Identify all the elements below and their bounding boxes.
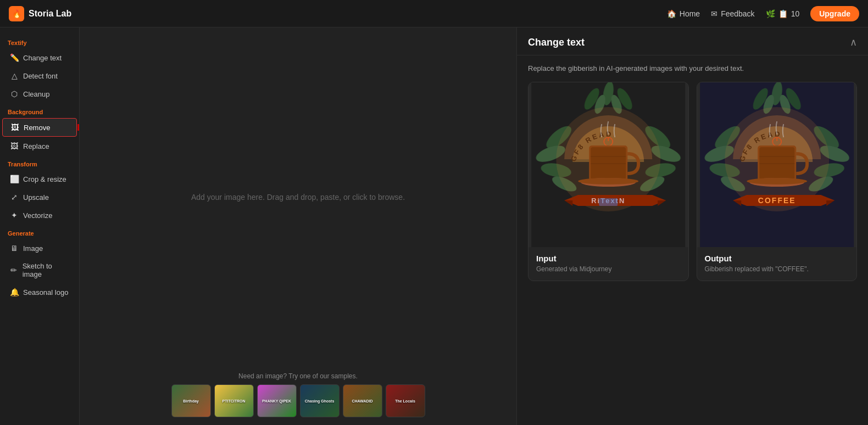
sidebar-item-detect-font[interactable]: △Detect font xyxy=(2,67,77,85)
svg-point-24 xyxy=(578,178,638,184)
panel-title: Change text xyxy=(528,37,585,48)
logo-icon: 🔥 xyxy=(9,6,24,21)
topnav: 🔥 Storia Lab 🏠 Home ✉ Feedback 🌿 📋 10 Up… xyxy=(0,0,868,27)
app-name: Storia Lab xyxy=(29,9,71,19)
example-image-output: GF8 READ COFFEE xyxy=(697,82,857,247)
example-label-output: Output xyxy=(697,247,857,265)
leaf-icon: 🌿 xyxy=(766,9,775,18)
example-sublabel-output: Gibberish replaced with "COFFEE". xyxy=(697,265,857,281)
sample-label-s6: The Locals xyxy=(395,399,415,403)
sample-thumb-s6[interactable]: The Locals xyxy=(386,384,425,417)
home-link[interactable]: 🏠 Home xyxy=(667,9,700,18)
sample-label-s5: CHAWADID xyxy=(352,399,372,403)
panel-description: Replace the gibberish in AI-generated im… xyxy=(517,55,868,82)
right-panel: Change text ∧ Replace the gibberish in A… xyxy=(516,27,868,425)
change-text-icon: ✏️ xyxy=(10,53,19,62)
seasonal-logo-icon: 🔔 xyxy=(10,288,19,297)
sketch-to-image-icon: ✏ xyxy=(10,266,18,275)
detect-font-icon: △ xyxy=(10,71,19,80)
change-text-label: Change text xyxy=(23,54,62,62)
feedback-link[interactable]: ✉ Feedback xyxy=(711,9,754,18)
example-sublabel-input: Generated via Midjourney xyxy=(528,265,688,281)
content-area: Add your image here. Drag and drop, past… xyxy=(80,27,516,425)
seasonal-logo-label: Seasonal logo xyxy=(23,288,68,297)
sample-label-s4: Chasing Ghosts xyxy=(305,399,335,403)
samples-row: BirthdayPTITCITRONPHANKY QIPEKChasing Gh… xyxy=(80,384,516,417)
credits-count: 10 xyxy=(791,9,800,18)
remove-label: Remove xyxy=(24,124,50,132)
detect-font-label: Detect font xyxy=(23,72,58,80)
sidebar-section-textify: Textify xyxy=(0,34,79,48)
sidebar: Textify✏️Change text△Detect font⬡Cleanup… xyxy=(0,27,80,425)
vectorize-icon: ✦ xyxy=(10,211,19,220)
sidebar-item-crop-resize[interactable]: ⬜Crop & resize xyxy=(2,170,77,188)
sidebar-item-upscale[interactable]: ⤢Upscale xyxy=(2,188,77,206)
sidebar-section-generate: Generate xyxy=(0,225,79,239)
sample-label-s3: PHANKY QIPEK xyxy=(262,399,291,403)
replace-label: Replace xyxy=(23,142,49,150)
upgrade-button[interactable]: Upgrade xyxy=(810,6,859,21)
image-icon: 🖥 xyxy=(10,244,19,253)
example-image-input: GF8 READ RiTextN xyxy=(528,82,688,247)
cleanup-label: Cleanup xyxy=(23,90,49,98)
sidebar-item-remove[interactable]: 🖼Remove xyxy=(2,118,77,137)
upload-prompt: Add your image here. Drag and drop, past… xyxy=(191,193,405,202)
home-icon: 🏠 xyxy=(667,9,676,18)
svg-rect-26 xyxy=(599,198,617,206)
upload-zone[interactable]: Add your image here. Drag and drop, past… xyxy=(80,27,516,367)
cleanup-icon: ⬡ xyxy=(10,90,19,98)
sketch-to-image-label: Sketch to image xyxy=(23,262,69,278)
crop-resize-label: Crop & resize xyxy=(23,175,66,183)
remove-icon: 🖼 xyxy=(10,123,19,132)
samples-label: Need an image? Try one of our samples. xyxy=(80,372,516,380)
sidebar-item-cleanup[interactable]: ⬡Cleanup xyxy=(2,85,77,103)
svg-point-50 xyxy=(747,178,807,184)
sample-thumb-s5[interactable]: CHAWADID xyxy=(343,384,382,417)
crop-resize-icon: ⬜ xyxy=(10,175,19,183)
credits-badge: 🌿 📋 10 xyxy=(766,9,800,18)
sidebar-item-seasonal-logo[interactable]: 🔔Seasonal logo xyxy=(2,283,77,301)
sidebar-item-replace[interactable]: 🖼Replace xyxy=(2,137,77,155)
sidebar-section-background: Background xyxy=(0,103,79,118)
sidebar-item-sketch-to-image[interactable]: ✏Sketch to image xyxy=(2,258,77,283)
example-card-input: GF8 READ RiTextN xyxy=(528,82,689,281)
app-logo[interactable]: 🔥 Storia Lab xyxy=(9,6,71,21)
replace-icon: 🖼 xyxy=(10,142,19,150)
sidebar-item-image[interactable]: 🖥Image xyxy=(2,239,77,257)
vectorize-label: Vectorize xyxy=(23,211,52,220)
sidebar-item-change-text[interactable]: ✏️Change text xyxy=(2,49,77,66)
image-label: Image xyxy=(23,244,43,253)
sample-label-s1: Birthday xyxy=(183,399,198,403)
sidebar-section-transform: Transform xyxy=(0,155,79,170)
sample-thumb-s4[interactable]: Chasing Ghosts xyxy=(300,384,340,417)
feedback-icon: ✉ xyxy=(711,9,717,18)
panel-examples: GF8 READ RiTextN xyxy=(517,82,868,292)
sidebar-item-vectorize[interactable]: ✦Vectorize xyxy=(2,206,77,224)
credits-icon: 📋 xyxy=(778,9,788,18)
svg-text:COFFEE: COFFEE xyxy=(758,196,795,205)
example-card-output: GF8 READ COFFEE xyxy=(697,82,858,281)
panel-close-button[interactable]: ∧ xyxy=(850,36,857,48)
sample-thumb-s2[interactable]: PTITCITRON xyxy=(214,384,254,417)
sample-thumb-s3[interactable]: PHANKY QIPEK xyxy=(257,384,297,417)
sample-label-s2: PTITCITRON xyxy=(222,399,246,403)
nav-right: 🏠 Home ✉ Feedback 🌿 📋 10 Upgrade xyxy=(667,6,859,21)
main-layout: Textify✏️Change text△Detect font⬡Cleanup… xyxy=(0,27,868,425)
samples-bar: Need an image? Try one of our samples. B… xyxy=(80,367,516,425)
panel-header: Change text ∧ xyxy=(517,27,868,55)
upscale-label: Upscale xyxy=(23,193,49,202)
sample-thumb-s1[interactable]: Birthday xyxy=(171,384,211,417)
upscale-icon: ⤢ xyxy=(10,193,19,202)
example-label-input: Input xyxy=(528,247,688,265)
